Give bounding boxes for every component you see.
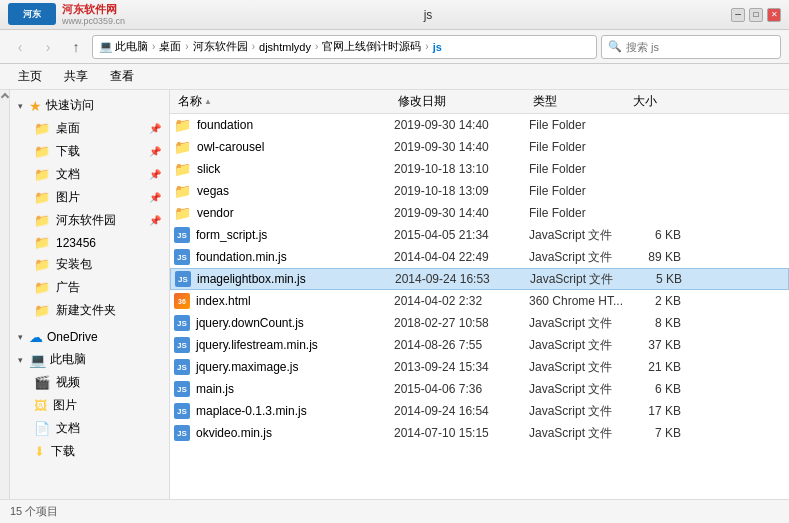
folder-icon: 📁 <box>174 205 191 221</box>
file-name-cell: JS okvideo.min.js <box>174 425 394 441</box>
sidebar-item-newfolder[interactable]: 📁 新建文件夹 <box>10 299 169 322</box>
table-row[interactable]: JS jquery.downCount.js 2018-02-27 10:58 … <box>170 312 789 334</box>
address-bar[interactable]: 💻 此电脑 › 桌面 › 河东软件园 › djshtmlydy › 官网上线倒计… <box>92 35 597 59</box>
menu-view[interactable]: 查看 <box>100 65 144 88</box>
file-name: slick <box>197 162 220 176</box>
sidebar-item-documents[interactable]: 📁 文档 📌 <box>10 163 169 186</box>
minimize-button[interactable]: ─ <box>731 8 745 22</box>
breadcrumb-hedong[interactable]: 河东软件园 <box>193 39 248 54</box>
col-header-type[interactable]: 类型 <box>529 93 629 110</box>
file-type-cell: File Folder <box>529 140 629 154</box>
forward-button[interactable]: › <box>36 35 60 59</box>
table-row[interactable]: JS main.js 2015-04-06 7:36 JavaScript 文件… <box>170 378 789 400</box>
main-layout: ▾ ★ 快速访问 📁 桌面 📌 📁 下载 📌 📁 文档 📌 📁 图片 📌 📁 河… <box>0 90 789 499</box>
folder-icon: ⬇ <box>34 444 45 459</box>
file-name: imagelightbox.min.js <box>197 272 306 286</box>
menu-home[interactable]: 主页 <box>8 65 52 88</box>
sidebar-item-123456[interactable]: 📁 123456 <box>10 232 169 253</box>
sidebar-item-desktop[interactable]: 📁 桌面 📌 <box>10 117 169 140</box>
onedrive-header[interactable]: ▾ ☁ OneDrive <box>10 326 169 348</box>
breadcrumb-djshtmlydy[interactable]: djshtmlydy <box>259 41 311 53</box>
breadcrumb-desktop[interactable]: 桌面 <box>159 39 181 54</box>
table-row[interactable]: JS foundation.min.js 2014-04-04 22:49 Ja… <box>170 246 789 268</box>
search-input[interactable] <box>626 41 774 53</box>
file-area: 名称 ▲ 修改日期 类型 大小 📁 foundation 2019-09-30 … <box>170 90 789 499</box>
pin-icon: 📌 <box>149 169 161 180</box>
file-type-cell: JavaScript 文件 <box>529 249 629 266</box>
file-name-cell: JS form_script.js <box>174 227 394 243</box>
file-name-cell: JS jquery.downCount.js <box>174 315 394 331</box>
table-row[interactable]: JS jquery.maximage.js 2013-09-24 15:34 J… <box>170 356 789 378</box>
file-date-cell: 2014-04-02 2:32 <box>394 294 529 308</box>
file-size-cell: 6 KB <box>629 228 689 242</box>
table-row[interactable]: 📁 vendor 2019-09-30 14:40 File Folder <box>170 202 789 224</box>
file-type-cell: File Folder <box>529 206 629 220</box>
sidebar-item-documents-pc[interactable]: 📄 文档 <box>10 417 169 440</box>
maximize-button[interactable]: □ <box>749 8 763 22</box>
sidebar-item-downloads-pc[interactable]: ⬇ 下载 <box>10 440 169 463</box>
folder-icon-blue: 📁 <box>34 213 50 228</box>
file-name: foundation.min.js <box>196 250 287 264</box>
file-name: jquery.downCount.js <box>196 316 304 330</box>
sidebar-item-ads[interactable]: 📁 广告 <box>10 276 169 299</box>
this-pc-header[interactable]: ▾ 💻 此电脑 <box>10 348 169 371</box>
breadcrumb-current: js <box>433 41 442 53</box>
file-name: jquery.maximage.js <box>196 360 298 374</box>
window-title: js <box>424 8 433 22</box>
sidebar-item-downloads[interactable]: 📁 下载 📌 <box>10 140 169 163</box>
app-logo: 河东 <box>8 3 56 25</box>
table-row[interactable]: 📁 vegas 2019-10-18 13:09 File Folder <box>170 180 789 202</box>
sidebar-item-videos[interactable]: 🎬 视频 <box>10 371 169 394</box>
file-size-cell: 89 KB <box>629 250 689 264</box>
col-header-date[interactable]: 修改日期 <box>394 93 529 110</box>
table-row[interactable]: 📁 slick 2019-10-18 13:10 File Folder <box>170 158 789 180</box>
back-button[interactable]: ‹ <box>8 35 32 59</box>
table-row[interactable]: JS jquery.lifestream.min.js 2014-08-26 7… <box>170 334 789 356</box>
file-date-cell: 2019-09-30 14:40 <box>394 118 529 132</box>
js-file-icon: JS <box>174 359 190 375</box>
col-header-name[interactable]: 名称 ▲ <box>174 93 394 110</box>
file-name-cell: JS jquery.lifestream.min.js <box>174 337 394 353</box>
folder-icon: 📁 <box>34 190 50 205</box>
file-list[interactable]: 📁 foundation 2019-09-30 14:40 File Folde… <box>170 114 789 499</box>
folder-icon: 📁 <box>34 257 50 272</box>
file-name: index.html <box>196 294 251 308</box>
file-date-cell: 2015-04-06 7:36 <box>394 382 529 396</box>
file-size-cell: 5 KB <box>630 272 690 286</box>
breadcrumb-source[interactable]: 官网上线倒计时源码 <box>322 39 421 54</box>
file-name: vegas <box>197 184 229 198</box>
folder-icon: 📁 <box>34 280 50 295</box>
menu-share[interactable]: 共享 <box>54 65 98 88</box>
file-size-cell: 21 KB <box>629 360 689 374</box>
sidebar-item-pictures-pc[interactable]: 🖼 图片 <box>10 394 169 417</box>
cloud-icon: ☁ <box>29 329 43 345</box>
status-bar: 15 个项目 <box>0 499 789 523</box>
file-size-cell: 6 KB <box>629 382 689 396</box>
table-row[interactable]: 📁 foundation 2019-09-30 14:40 File Folde… <box>170 114 789 136</box>
watermark-text: 河东软件网 <box>62 3 125 16</box>
file-name-cell: JS main.js <box>174 381 394 397</box>
html-file-icon: 36 <box>174 293 190 309</box>
file-name-cell: JS maplace-0.1.3.min.js <box>174 403 394 419</box>
table-row[interactable]: 36 index.html 2014-04-02 2:32 360 Chrome… <box>170 290 789 312</box>
sidebar-item-pictures[interactable]: 📁 图片 📌 <box>10 186 169 209</box>
table-row[interactable]: JS maplace-0.1.3.min.js 2014-09-24 16:54… <box>170 400 789 422</box>
table-row[interactable]: JS form_script.js 2015-04-05 21:34 JavaS… <box>170 224 789 246</box>
file-date-cell: 2019-09-30 14:40 <box>394 206 529 220</box>
col-header-size[interactable]: 大小 <box>629 93 689 110</box>
file-name: okvideo.min.js <box>196 426 272 440</box>
sidebar-item-hedong[interactable]: 📁 河东软件园 📌 <box>10 209 169 232</box>
breadcrumb-this-pc[interactable]: 💻 此电脑 <box>99 39 148 54</box>
quick-access-header[interactable]: ▾ ★ 快速访问 <box>10 94 169 117</box>
sidebar-item-install[interactable]: 📁 安装包 <box>10 253 169 276</box>
file-date-cell: 2019-09-30 14:40 <box>394 140 529 154</box>
table-row[interactable]: JS okvideo.min.js 2014-07-10 15:15 JavaS… <box>170 422 789 444</box>
file-type-cell: JavaScript 文件 <box>529 381 629 398</box>
close-button[interactable]: ✕ <box>767 8 781 22</box>
table-row[interactable]: 📁 owl-carousel 2019-09-30 14:40 File Fol… <box>170 136 789 158</box>
search-box[interactable]: 🔍 <box>601 35 781 59</box>
file-size-cell: 37 KB <box>629 338 689 352</box>
up-button[interactable]: ↑ <box>64 35 88 59</box>
folder-icon: 🎬 <box>34 375 50 390</box>
table-row[interactable]: JS imagelightbox.min.js 2014-09-24 16:53… <box>170 268 789 290</box>
